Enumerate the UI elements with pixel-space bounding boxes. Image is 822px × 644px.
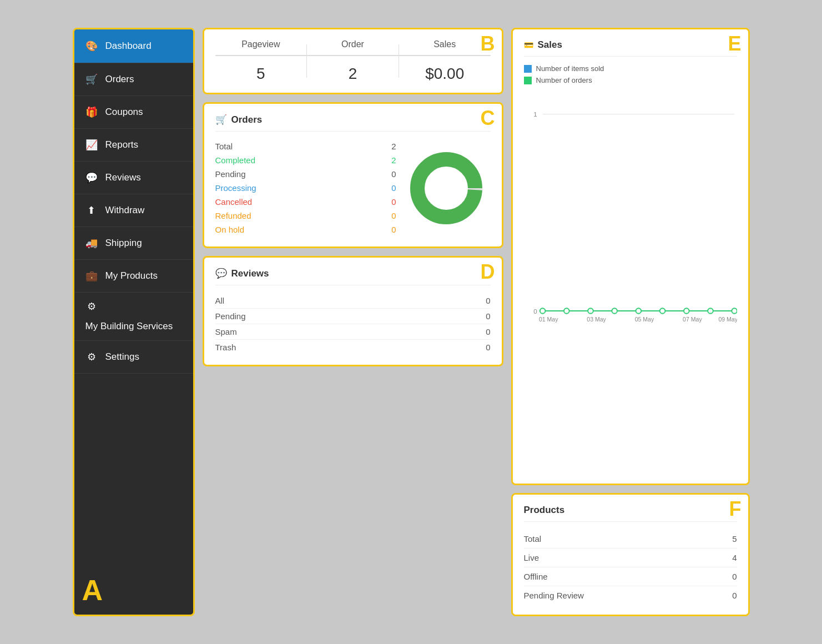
sidebar-item-reports[interactable]: 📈 Reports xyxy=(74,129,193,162)
svg-text:1: 1 xyxy=(533,111,537,118)
panel-orders: C 🛒 Orders Total 2 Completed 2 xyxy=(203,102,503,248)
my-building-icon: ⚙ xyxy=(85,300,98,313)
order-value: 2 xyxy=(307,65,399,83)
sidebar-label-my-building: My Building Services xyxy=(85,320,173,333)
product-val-total: 5 xyxy=(732,534,737,544)
pageview-header: Pageview xyxy=(215,39,307,56)
orders-cart-icon: 🛒 xyxy=(215,114,227,125)
review-val-pending: 0 xyxy=(486,311,490,321)
order-row-cancelled: Cancelled 0 xyxy=(215,195,396,209)
order-val-onhold: 0 xyxy=(391,225,396,234)
sales-card-icon: 💳 xyxy=(524,41,533,49)
svg-point-11 xyxy=(636,308,641,314)
sales-chart-svg: 1 0 xyxy=(524,90,737,345)
pageview-value: 5 xyxy=(215,65,307,83)
review-row-trash: Trash 0 xyxy=(215,340,491,355)
product-row-total: Total 5 xyxy=(524,530,737,549)
products-panel-title: Products xyxy=(524,505,737,522)
order-val-refunded: 0 xyxy=(391,211,396,220)
orders-info: Total 2 Completed 2 Pending 0 Processi xyxy=(215,139,396,237)
sidebar-label-coupons: Coupons xyxy=(105,107,143,118)
order-label-onhold: On hold xyxy=(215,225,245,234)
order-label-completed: Completed xyxy=(215,155,256,165)
coupons-icon: 🎁 xyxy=(85,106,98,118)
legend-items-sold: Number of items sold xyxy=(524,64,737,73)
chart-legend: Number of items sold Number of orders xyxy=(524,64,737,84)
settings-icon: ⚙ xyxy=(85,351,98,363)
sales-panel-title: 💳 Sales xyxy=(524,39,737,57)
order-label-refunded: Refunded xyxy=(215,211,251,220)
orders-panel-title: 🛒 Orders xyxy=(215,114,491,132)
sales-value: $0.00 xyxy=(399,65,491,83)
panel-products: F Products Total 5 Live 4 Offline 0 Pen xyxy=(511,493,750,616)
order-val-cancelled: 0 xyxy=(391,197,396,207)
donut-svg xyxy=(407,149,485,227)
stat-pageview: Pageview 5 xyxy=(215,39,307,83)
sidebar-item-settings[interactable]: ⚙ Settings xyxy=(74,341,193,374)
review-label-pending: Pending xyxy=(215,311,246,321)
reviews-panel-title: 💬 Reviews xyxy=(215,268,491,285)
legend-orders: Number of orders xyxy=(524,76,737,84)
svg-text:07 May: 07 May xyxy=(683,316,702,323)
sidebar-item-my-building[interactable]: ⚙ My Building Services xyxy=(74,293,193,341)
right-column: E 💳 Sales Number of items sold Number of… xyxy=(511,28,750,616)
sidebar-item-orders[interactable]: 🛒 Orders xyxy=(74,63,193,96)
review-val-spam: 0 xyxy=(486,327,490,336)
svg-text:03 May: 03 May xyxy=(587,316,606,323)
review-row-spam: Spam 0 xyxy=(215,324,491,340)
stats-row: Pageview 5 Order 2 Sales $0.00 xyxy=(215,39,491,83)
order-row-processing: Processing 0 xyxy=(215,181,396,195)
product-label-offline: Offline xyxy=(524,572,548,581)
svg-point-14 xyxy=(708,308,713,314)
sidebar-label-reviews: Reviews xyxy=(105,172,141,183)
sidebar-label-shipping: Shipping xyxy=(105,238,142,249)
product-row-offline: Offline 0 xyxy=(524,567,737,586)
svg-point-10 xyxy=(612,308,617,314)
sidebar: 🎨 Dashboard ◀ 🛒 Orders 🎁 Coupons 📈 Repor… xyxy=(73,28,195,616)
panel-sales: E 💳 Sales Number of items sold Number of… xyxy=(511,28,750,485)
center-column: B Pageview 5 Order 2 Sales $0.00 xyxy=(203,28,503,616)
stat-order: Order 2 xyxy=(307,39,399,83)
product-label-live: Live xyxy=(524,553,539,562)
dashboard-icon: 🎨 xyxy=(85,40,98,52)
order-row-total: Total 2 xyxy=(215,139,396,153)
reports-icon: 📈 xyxy=(85,139,98,151)
order-val-total: 2 xyxy=(391,142,396,151)
order-label-total: Total xyxy=(215,142,233,151)
product-label-pending-review: Pending Review xyxy=(524,591,584,600)
sidebar-item-coupons[interactable]: 🎁 Coupons xyxy=(74,96,193,129)
product-val-pending-review: 0 xyxy=(732,591,737,600)
sidebar-item-withdraw[interactable]: ⬆ Withdraw xyxy=(74,194,193,227)
svg-text:05 May: 05 May xyxy=(634,316,654,323)
withdraw-icon: ⬆ xyxy=(85,204,98,217)
review-label-spam: Spam xyxy=(215,327,237,336)
my-products-icon: 💼 xyxy=(85,270,98,282)
sidebar-section-label-a: A xyxy=(82,573,103,607)
review-row-all: All 0 xyxy=(215,293,491,309)
product-row-pending-review: Pending Review 0 xyxy=(524,586,737,605)
legend-box-items-sold xyxy=(524,65,532,73)
review-row-pending: Pending 0 xyxy=(215,309,491,324)
svg-point-12 xyxy=(659,308,665,314)
stat-sales: Sales $0.00 xyxy=(399,39,491,83)
sidebar-item-reviews[interactable]: 💬 Reviews xyxy=(74,162,193,194)
svg-point-15 xyxy=(732,308,737,314)
reviews-icon: 💬 xyxy=(85,172,98,184)
product-label-total: Total xyxy=(524,534,542,544)
shipping-icon: 🚚 xyxy=(85,237,98,249)
product-val-live: 4 xyxy=(732,553,737,562)
legend-label-items-sold: Number of items sold xyxy=(536,64,604,73)
sidebar-label-settings: Settings xyxy=(105,351,139,363)
order-header: Order xyxy=(307,39,399,56)
panel-label-c: C xyxy=(481,108,495,128)
svg-point-13 xyxy=(684,308,689,314)
order-row-pending: Pending 0 xyxy=(215,167,396,181)
svg-text:01 May: 01 May xyxy=(538,316,558,323)
sidebar-label-dashboard: Dashboard xyxy=(105,41,152,52)
review-val-all: 0 xyxy=(486,296,490,305)
sidebar-item-dashboard[interactable]: 🎨 Dashboard ◀ xyxy=(74,29,193,63)
products-title-text: Products xyxy=(524,505,565,516)
sales-chart-area: 1 0 xyxy=(524,90,737,345)
sidebar-item-shipping[interactable]: 🚚 Shipping xyxy=(74,227,193,260)
sidebar-item-my-products[interactable]: 💼 My Products xyxy=(74,260,193,293)
